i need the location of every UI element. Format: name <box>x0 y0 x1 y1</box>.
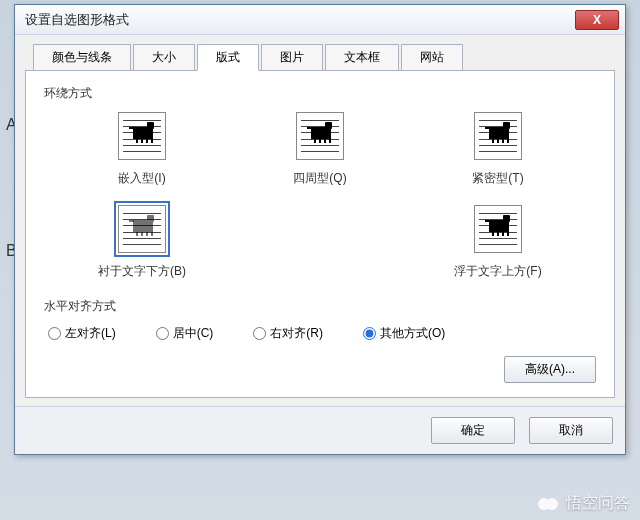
tab-pane-layout: 环绕方式 嵌入型(I) 四周型(Q) <box>25 70 615 398</box>
wrap-label: 浮于文字上方(F) <box>454 263 541 280</box>
tab-label: 版式 <box>216 50 240 64</box>
close-button[interactable]: X <box>575 10 619 30</box>
tab-label: 大小 <box>152 50 176 64</box>
halign-group: 水平对齐方式 左对齐(L) 居中(C) 右对齐(R) 其他方式(O) <box>44 298 596 342</box>
wrap-inline-icon[interactable] <box>118 112 166 160</box>
halign-radios: 左对齐(L) 居中(C) 右对齐(R) 其他方式(O) <box>44 325 596 342</box>
tab-label: 颜色与线条 <box>52 50 112 64</box>
radio-label: 左对齐(L) <box>65 325 116 342</box>
dog-icon <box>133 127 153 139</box>
cancel-button[interactable]: 取消 <box>529 417 613 444</box>
wrap-option-tight: 紧密型(T) <box>428 112 568 187</box>
ok-button[interactable]: 确定 <box>431 417 515 444</box>
wrap-square-icon[interactable] <box>296 112 344 160</box>
radio-label: 右对齐(R) <box>270 325 323 342</box>
tab-size[interactable]: 大小 <box>133 44 195 71</box>
radio-label: 其他方式(O) <box>380 325 445 342</box>
cloud-icon <box>538 496 560 512</box>
halign-center[interactable]: 居中(C) <box>156 325 214 342</box>
titlebar: 设置自选图形格式 X <box>15 5 625 35</box>
halign-group-label: 水平对齐方式 <box>44 298 596 315</box>
wrap-row-1: 嵌入型(I) 四周型(Q) 紧密型(T) <box>44 112 596 187</box>
dialog-body: 颜色与线条 大小 版式 图片 文本框 网站 环绕方式 嵌入型(I) <box>15 35 625 406</box>
wrap-option-behind: 衬于文字下方(B) <box>72 205 212 280</box>
wrap-row-2: 衬于文字下方(B) 浮于文字上方(F) <box>44 205 596 280</box>
watermark-text: 悟空问答 <box>566 493 630 514</box>
wrap-option-front: 浮于文字上方(F) <box>428 205 568 280</box>
halign-right[interactable]: 右对齐(R) <box>253 325 323 342</box>
wrap-behind-icon[interactable] <box>118 205 166 253</box>
dialog-footer: 确定 取消 <box>15 406 625 454</box>
wrap-group-label: 环绕方式 <box>44 85 596 102</box>
dialog-title: 设置自选图形格式 <box>25 11 129 29</box>
dog-icon <box>133 220 153 232</box>
halign-other[interactable]: 其他方式(O) <box>363 325 445 342</box>
tab-colors-lines[interactable]: 颜色与线条 <box>33 44 131 71</box>
tab-strip: 颜色与线条 大小 版式 图片 文本框 网站 <box>33 43 615 70</box>
format-autoshape-dialog: 设置自选图形格式 X 颜色与线条 大小 版式 图片 文本框 网站 环绕方式 嵌入… <box>14 4 626 455</box>
advanced-button[interactable]: 高级(A)... <box>504 356 596 383</box>
dog-icon <box>489 220 509 232</box>
tab-label: 图片 <box>280 50 304 64</box>
wrap-label: 嵌入型(I) <box>118 170 165 187</box>
tab-textbox[interactable]: 文本框 <box>325 44 399 71</box>
halign-left[interactable]: 左对齐(L) <box>48 325 116 342</box>
tab-web[interactable]: 网站 <box>401 44 463 71</box>
tab-label: 文本框 <box>344 50 380 64</box>
wrap-empty-slot <box>250 205 390 280</box>
wrap-label: 四周型(Q) <box>293 170 346 187</box>
wrap-front-icon[interactable] <box>474 205 522 253</box>
wrap-option-square: 四周型(Q) <box>250 112 390 187</box>
wrap-label: 紧密型(T) <box>472 170 523 187</box>
radio-label: 居中(C) <box>173 325 214 342</box>
close-icon: X <box>593 13 601 27</box>
tab-label: 网站 <box>420 50 444 64</box>
tab-picture[interactable]: 图片 <box>261 44 323 71</box>
tab-layout[interactable]: 版式 <box>197 44 259 71</box>
watermark: 悟空问答 <box>538 493 630 514</box>
wrap-option-inline: 嵌入型(I) <box>72 112 212 187</box>
advanced-row: 高级(A)... <box>44 356 596 383</box>
dog-icon <box>311 127 331 139</box>
wrap-tight-icon[interactable] <box>474 112 522 160</box>
dog-icon <box>489 127 509 139</box>
wrap-label: 衬于文字下方(B) <box>98 263 186 280</box>
